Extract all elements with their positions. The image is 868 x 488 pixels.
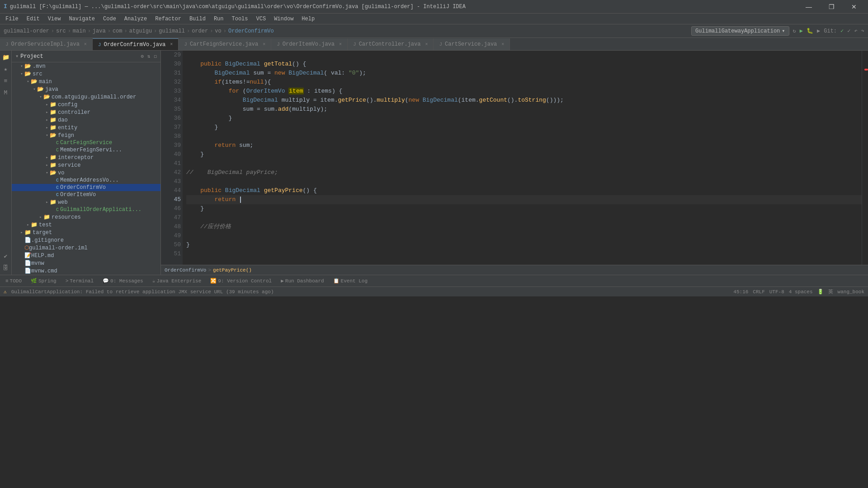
menu-item-edit[interactable]: Edit <box>23 15 43 23</box>
nav-breadcrumb-java[interactable]: java <box>93 28 106 34</box>
maven-icon[interactable]: M <box>1 88 11 98</box>
tree-item[interactable]: ▸📁interceptor <box>12 154 160 161</box>
breadcrumb-class[interactable]: OrderConfirmVo <box>165 267 206 273</box>
menu-item-file[interactable]: File <box>2 15 22 23</box>
menu-item-tools[interactable]: Tools <box>228 15 252 23</box>
run-config-selector[interactable]: GulimallGatewayApplication ▾ <box>691 26 789 36</box>
menu-item-navigate[interactable]: Navigate <box>65 15 99 23</box>
tree-item[interactable]: ▸📁resources <box>12 213 160 221</box>
bottom-tool-terminal[interactable]: >Terminal <box>64 277 95 285</box>
sidebar-collapse-icon[interactable]: ◻ <box>154 53 157 59</box>
git-commit-icon[interactable]: ✓ <box>847 28 850 34</box>
nav-breadcrumb-gulimall[interactable]: gulimall <box>159 28 185 34</box>
tree-item[interactable]: ▾📂main <box>12 78 160 85</box>
menu-item-vcs[interactable]: VCS <box>253 15 270 23</box>
line-ending[interactable]: CRLF <box>753 289 764 295</box>
tree-item[interactable]: CCartFeignService <box>12 139 160 146</box>
tree-item[interactable]: ▾📂src <box>12 70 160 78</box>
tree-item[interactable]: ▾📂vo <box>12 169 160 177</box>
favorites-icon[interactable]: ★ <box>1 64 11 74</box>
tab-close-icon[interactable]: × <box>425 42 428 47</box>
tab-OrderConfirmVo[interactable]: JOrderConfirmVo.java× <box>93 38 179 50</box>
tree-item[interactable]: ▸📁web <box>12 198 160 206</box>
bottom-tool-todo[interactable]: ≡TODO <box>4 277 24 285</box>
tree-item[interactable]: ▸📁service <box>12 161 160 169</box>
nav-breadcrumb-atguigu[interactable]: atguigu <box>129 28 152 34</box>
structure-icon[interactable]: ≡ <box>1 76 11 86</box>
undo-icon[interactable]: ↶ <box>854 28 858 34</box>
code-area[interactable]: 2930313233343536373839404142434445464748… <box>161 51 868 265</box>
menu-item-help[interactable]: Help <box>298 15 318 23</box>
tree-item[interactable]: ▾📂.mvn <box>12 62 160 70</box>
tree-item[interactable]: ▸📁config <box>12 101 160 108</box>
project-icon[interactable]: 📁 <box>1 52 11 62</box>
sync-icon[interactable]: ↻ <box>793 28 796 34</box>
redo-icon[interactable]: ↷ <box>861 28 864 34</box>
tree-item[interactable]: ▾📂java <box>12 85 160 93</box>
todo-side-icon[interactable]: ✔ <box>1 251 11 261</box>
tab-CartController[interactable]: JCartController.java× <box>348 38 434 50</box>
lang-indicator[interactable]: 英 <box>828 288 833 295</box>
indent-info[interactable]: 4 spaces <box>789 289 813 295</box>
breadcrumb-method[interactable]: getPayPrice() <box>213 267 252 273</box>
menu-item-build[interactable]: Build <box>186 15 209 23</box>
menu-item-view[interactable]: View <box>44 15 65 23</box>
tree-item[interactable]: ▸📁test <box>12 221 160 229</box>
bottom-tool-version-control[interactable]: 🔀9: Version Control <box>208 277 274 285</box>
tree-item[interactable]: ▸📁controller <box>12 108 160 116</box>
tree-item[interactable]: CMemberFeignServi... <box>12 146 160 154</box>
project-sidebar[interactable]: ▾ Project ⚙ ⇅ ◻ ▾📂.mvn▾📂src▾📂main▾📂java▾… <box>12 51 161 275</box>
minimize-button[interactable]: — <box>798 0 819 14</box>
tab-OrderServiceImpl[interactable]: JOrderServiceImpl.java× <box>0 38 93 50</box>
menu-item-refactor[interactable]: Refactor <box>151 15 185 23</box>
sidebar-settings-icon[interactable]: ⚙ <box>141 53 144 59</box>
tree-item[interactable]: 📝HELP.md <box>12 252 160 259</box>
tree-item[interactable]: ▸📁target <box>12 229 160 236</box>
tab-close-icon[interactable]: × <box>501 42 504 47</box>
menu-item-run[interactable]: Run <box>210 15 227 23</box>
bottom-tool-spring[interactable]: 🌿Spring <box>29 277 58 285</box>
project-header[interactable]: ▾ Project ⚙ ⇅ ◻ <box>12 51 160 62</box>
run-with-coverage-icon[interactable]: ▶ <box>817 28 820 34</box>
tab-close-icon[interactable]: × <box>263 42 265 47</box>
tree-item[interactable]: ▸📁dao <box>12 116 160 124</box>
tree-item[interactable]: CGulimallOrderApplicati... <box>12 206 160 213</box>
nav-breadcrumb-gulimall-order[interactable]: gulimall-order <box>4 28 49 34</box>
tree-item[interactable]: 📄mvnw <box>12 259 160 267</box>
bottom-tool-event-log[interactable]: 📋Event Log <box>331 277 369 285</box>
tree-item[interactable]: ▾📂feign <box>12 131 160 139</box>
tab-CartFeignService[interactable]: JCartFeignService.java× <box>179 38 271 50</box>
nav-breadcrumb-vo[interactable]: vo <box>215 28 221 34</box>
nav-breadcrumb-main[interactable]: main <box>73 28 86 34</box>
git-check-icon[interactable]: ✓ <box>840 28 844 34</box>
code-content[interactable]: public BigDecimal getTotal() { BigDecima… <box>183 51 862 265</box>
menu-item-code[interactable]: Code <box>99 15 120 23</box>
nav-breadcrumb-file[interactable]: OrderConfirmVo <box>228 28 274 34</box>
tree-item[interactable]: 📄mvnw.cmd <box>12 267 160 275</box>
cursor-position[interactable]: 45:16 <box>733 289 748 295</box>
debug-icon[interactable]: 🐛 <box>807 28 813 34</box>
nav-breadcrumb-order[interactable]: order <box>192 28 208 34</box>
close-button[interactable]: ✕ <box>844 0 864 14</box>
nav-breadcrumb-src[interactable]: src <box>56 28 66 34</box>
tree-item[interactable]: 📄.gitignore <box>12 236 160 244</box>
database-icon[interactable]: 🗄 <box>1 263 11 273</box>
tree-item[interactable]: CMemberAddressVo... <box>12 177 160 184</box>
bottom-tool-java-enterprise[interactable]: ☕Java Enterprise <box>151 277 203 285</box>
sidebar-sort-icon[interactable]: ⇅ <box>147 53 151 59</box>
tree-item[interactable]: ⬡gulimall-order.iml <box>12 244 160 252</box>
tab-CartService[interactable]: JCartService.java× <box>434 38 510 50</box>
tree-item[interactable]: ▸📁entity <box>12 124 160 131</box>
bottom-tool-run-dashboard[interactable]: ▶Run Dashboard <box>279 277 326 285</box>
tab-OrderItemVo[interactable]: JOrderItemVo.java× <box>271 38 348 50</box>
tree-item[interactable]: ▾📂com.atguigu.gulimall.order <box>12 93 160 101</box>
encoding[interactable]: UTF-8 <box>769 289 784 295</box>
tab-close-icon[interactable]: × <box>84 42 87 47</box>
nav-breadcrumb-com[interactable]: com <box>113 28 123 34</box>
tree-item[interactable]: COrderConfirmVo <box>12 184 160 191</box>
menu-item-window[interactable]: Window <box>270 15 297 23</box>
menu-item-analyze[interactable]: Analyze <box>121 15 151 23</box>
bottom-tool-messages[interactable]: 💬0: Messages <box>101 277 145 285</box>
tab-close-icon[interactable]: × <box>339 42 342 47</box>
run-icon[interactable]: ▶ <box>800 28 803 34</box>
